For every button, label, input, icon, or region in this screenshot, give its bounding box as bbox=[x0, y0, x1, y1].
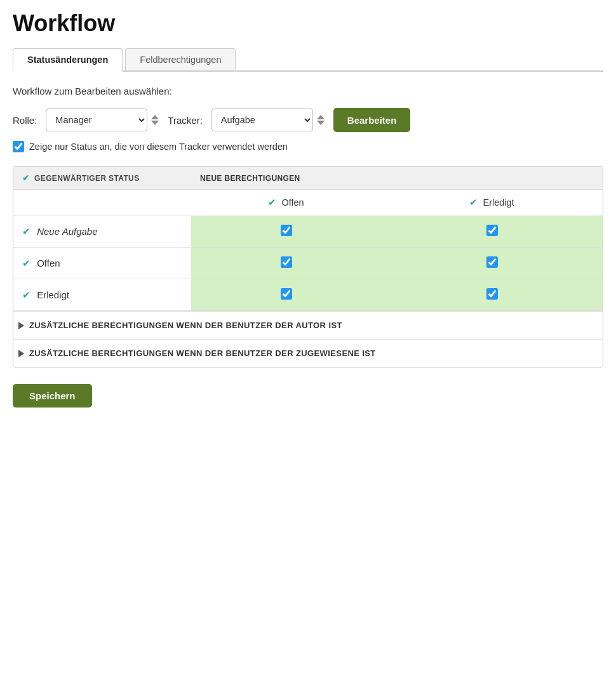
tracker-spinner-up[interactable] bbox=[317, 115, 325, 119]
checkbox-offen-offen bbox=[191, 248, 381, 279]
rolle-spinner-up[interactable] bbox=[151, 115, 159, 119]
offen-row-check-icon: ✔ bbox=[22, 258, 30, 268]
tab-feldberechtigungen[interactable]: Feldberechtigungen bbox=[125, 48, 236, 70]
neue-aufgabe-check-icon: ✔ bbox=[22, 226, 30, 237]
page-title: Workflow bbox=[13, 10, 603, 37]
checkbox-erledigt-offen bbox=[191, 279, 381, 311]
status-cell-erledigt: ✔ Erledigt bbox=[13, 279, 191, 311]
header-check-icon: ✔ bbox=[22, 173, 29, 183]
subheader-empty bbox=[13, 190, 191, 216]
tab-statusaenderungen[interactable]: Statusänderungen bbox=[13, 48, 123, 72]
cb-offen-offen[interactable] bbox=[281, 256, 292, 268]
status-cell-offen: ✔ Offen bbox=[13, 248, 191, 279]
checkbox-filter-row: Zeige nur Status an, die von diesem Trac… bbox=[13, 141, 603, 152]
workflow-table-wrapper: ✔ Gegenwärtiger Status Neue Berechtigung… bbox=[13, 166, 603, 368]
cb-erledigt-offen[interactable] bbox=[281, 288, 292, 300]
subheader-offen: ✔ Offen bbox=[191, 190, 381, 216]
subheader-erledigt: ✔ Erledigt bbox=[381, 190, 603, 216]
tracker-label: Tracker: bbox=[168, 115, 202, 126]
table-subheader-row: ✔ Offen ✔ Erledigt bbox=[13, 190, 603, 216]
rolle-select-wrapper: Manager Developer Reporter Tester bbox=[46, 109, 159, 131]
tracker-filter-label[interactable]: Zeige nur Status an, die von diesem Trac… bbox=[29, 142, 288, 152]
cb-neue-aufgabe-offen[interactable] bbox=[281, 225, 292, 236]
collapsible-author[interactable]: ZUSÄTZLICHE BERECHTIGUNGEN WENN DER BENU… bbox=[13, 311, 603, 339]
header-permissions: Neue Berechtigungen bbox=[191, 167, 603, 190]
header-current-status: ✔ Gegenwärtiger Status bbox=[13, 167, 191, 190]
table-row: ✔ Neue Aufgabe bbox=[13, 216, 603, 248]
workflow-description: Workflow zum Bearbeiten auswählen: bbox=[13, 86, 603, 96]
rolle-label: Rolle: bbox=[13, 115, 37, 126]
erledigt-row-check-icon: ✔ bbox=[22, 289, 30, 300]
tracker-select[interactable]: Aufgabe Fehler Feature Support bbox=[211, 109, 313, 131]
tracker-filter-checkbox[interactable] bbox=[13, 141, 24, 152]
erledigt-check-icon: ✔ bbox=[469, 197, 478, 208]
cb-neue-aufgabe-erledigt[interactable] bbox=[486, 225, 498, 236]
table-row: ✔ Erledigt bbox=[13, 279, 603, 311]
status-cell-neue-aufgabe: ✔ Neue Aufgabe bbox=[13, 216, 191, 248]
rolle-spinner[interactable] bbox=[151, 115, 159, 125]
rolle-spinner-down[interactable] bbox=[151, 121, 159, 125]
table-row: ✔ Offen bbox=[13, 248, 603, 279]
triangle-right-icon bbox=[18, 322, 24, 329]
collapsible-author-title: ZUSÄTZLICHE BERECHTIGUNGEN WENN DER BENU… bbox=[18, 321, 598, 330]
tracker-spinner[interactable] bbox=[317, 115, 325, 125]
workflow-table: ✔ Gegenwärtiger Status Neue Berechtigung… bbox=[13, 167, 603, 311]
rolle-select[interactable]: Manager Developer Reporter Tester bbox=[46, 109, 147, 131]
checkbox-erledigt-erledigt bbox=[381, 279, 603, 311]
tabs-container: Statusänderungen Feldberechtigungen bbox=[13, 48, 603, 72]
collapsible-zugewiesene[interactable]: ZUSÄTZLICHE BERECHTIGUNGEN WENN DER BENU… bbox=[13, 339, 603, 367]
table-header-row: ✔ Gegenwärtiger Status Neue Berechtigung… bbox=[13, 167, 603, 190]
offen-check-icon: ✔ bbox=[268, 197, 276, 208]
checkbox-offen-erledigt bbox=[381, 248, 603, 279]
bearbeiten-button[interactable]: Bearbeiten bbox=[333, 108, 411, 132]
tracker-spinner-down[interactable] bbox=[317, 121, 325, 125]
cb-offen-erledigt[interactable] bbox=[486, 256, 498, 268]
filter-row: Rolle: Manager Developer Reporter Tester… bbox=[13, 108, 603, 132]
triangle-right-icon-2 bbox=[18, 350, 24, 357]
checkbox-neue-aufgabe-erledigt bbox=[381, 216, 603, 248]
cb-erledigt-erledigt[interactable] bbox=[486, 288, 498, 300]
save-button[interactable]: Speichern bbox=[13, 384, 92, 408]
checkbox-neue-aufgabe-offen bbox=[191, 216, 381, 248]
collapsible-zugewiesene-title: ZUSÄTZLICHE BERECHTIGUNGEN WENN DER BENU… bbox=[18, 348, 598, 358]
tracker-select-wrapper: Aufgabe Fehler Feature Support bbox=[211, 109, 325, 131]
